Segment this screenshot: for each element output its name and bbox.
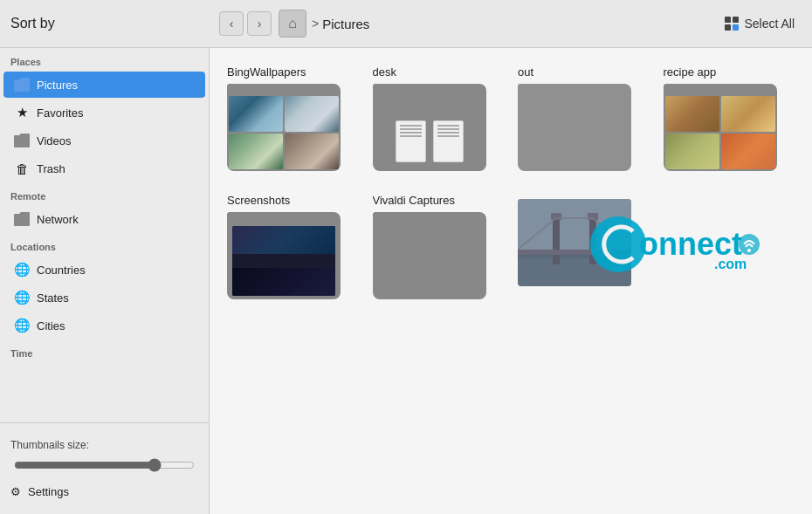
settings-label: Settings [28,485,69,498]
svg-text:.com: .com [714,257,747,271]
breadcrumb-arrow: > [312,17,319,31]
connect-logo: onnect .com [585,209,777,279]
folder-item-screenshots[interactable]: Screenshots [227,194,359,308]
sidebar-item-pictures-label: Pictures [37,79,78,92]
watermark: onnect .com [585,209,777,282]
trash-icon: 🗑 [14,161,30,176]
thumbnails-size-slider[interactable] [14,458,195,472]
sidebar-item-network[interactable]: Network [3,206,205,232]
svg-point-15 [747,249,751,252]
slider-container [10,458,198,475]
select-all-button[interactable]: Select All [718,13,802,34]
folder-thumb-recipe [664,84,786,180]
select-all-label: Select All [744,17,795,31]
folder-thumb-bing [227,84,349,180]
sidebar: Places Pictures ★ Favorites Videos 🗑 Tra… [0,48,210,514]
sidebar-item-countries[interactable]: 🌐 Countries [3,257,205,283]
sidebar-item-favorites-label: Favorites [37,106,83,120]
main-layout: Places Pictures ★ Favorites Videos 🗑 Tra… [0,48,812,514]
time-section-label: Time [0,339,209,362]
sidebar-item-trash[interactable]: 🗑 Trash [3,155,205,182]
folder-item-vivaldi[interactable]: Vivaldi Captures [373,194,505,308]
sidebar-item-states[interactable]: 🌐 States [3,284,205,311]
sidebar-item-favorites[interactable]: ★ Favorites [3,99,205,126]
folder-thumb-screenshots [227,212,349,308]
content-area: BingWallpapers desk [210,48,812,514]
thumbnails-size-section: Thumbnails size: [0,432,209,478]
folder-name-recipe: recipe app [664,65,795,79]
folder-item-desk[interactable]: desk [373,65,505,180]
back-button[interactable]: ‹ [219,11,244,36]
home-button[interactable]: ⌂ [279,10,306,38]
folder-thumb-vivaldi [373,212,495,308]
folder-name-vivaldi: Vivaldi Captures [373,194,505,207]
folder-item-recipe[interactable]: recipe app [664,65,795,180]
svg-point-11 [590,216,646,272]
forward-button[interactable]: › [247,11,272,36]
folder-video-icon [14,133,30,148]
settings-item[interactable]: ⚙ Settings [0,478,209,505]
sidebar-bottom: Thumbnails size: ⚙ Settings [0,422,209,514]
thumbnails-size-label: Thumbnails size: [10,439,198,451]
locations-section-label: Locations [0,233,209,256]
sidebar-item-network-label: Network [37,213,79,226]
sort-by-label: Sort by [10,16,219,31]
doc-icon-2 [433,120,464,162]
folder-name-screenshots: Screenshots [227,194,359,207]
folder-name-out: out [518,65,650,79]
globe-countries-icon: 🌐 [14,262,30,278]
folder-name-bing: BingWallpapers [227,65,359,79]
globe-states-icon: 🌐 [14,290,30,305]
sidebar-item-videos-label: Videos [37,134,72,147]
top-bar: Sort by ‹ › ⌂ > Pictures Select All [0,0,812,48]
doc-icon-1 [396,120,426,162]
sidebar-item-videos[interactable]: Videos [3,127,205,154]
folder-item-out[interactable]: out [518,65,650,180]
folder-thumb-out [518,84,640,180]
sidebar-item-pictures[interactable]: Pictures [3,72,205,98]
places-section-label: Places [0,48,209,71]
star-icon: ★ [14,105,30,120]
sidebar-item-trash-label: Trash [37,162,65,175]
sidebar-item-cities[interactable]: 🌐 Cities [3,312,205,339]
sidebar-item-cities-label: Cities [37,319,65,332]
folder-name-desk: desk [373,65,505,79]
sidebar-item-states-label: States [37,291,69,305]
remote-section-label: Remote [0,182,209,205]
network-icon [14,211,30,227]
sidebar-item-countries-label: Countries [37,264,86,277]
globe-cities-icon: 🌐 [14,318,30,333]
select-all-icon [725,17,739,31]
nav-buttons: ‹ › [219,11,272,36]
folder-icon [14,77,30,93]
folder-thumb-desk [373,84,495,180]
breadcrumb-current: Pictures [322,17,369,31]
folder-item-bing[interactable]: BingWallpapers [227,65,359,180]
settings-icon: ⚙ [10,485,21,498]
